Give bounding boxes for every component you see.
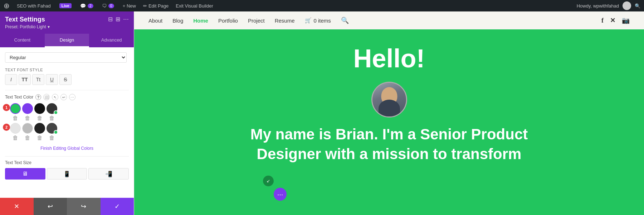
nav-project[interactable]: Project (248, 18, 265, 24)
tab-design[interactable]: Design (45, 34, 89, 47)
swatch-dark1-delete[interactable]: 🗑 (37, 135, 43, 141)
tab-advanced[interactable]: Advanced (89, 34, 134, 47)
swatch-green-delete[interactable]: 🗑 (13, 115, 18, 121)
undo-button[interactable]: ↩ (34, 198, 67, 215)
admin-bar: ⊕ SEO with Fahad Live 💬 2 🗨 0 + New ✏ Ed… (0, 0, 644, 11)
swatch-dark2-delete[interactable]: 🗑 (49, 135, 55, 141)
tab-content[interactable]: Content (0, 34, 45, 47)
cart-icon: 🛒 (305, 17, 312, 24)
redo-button[interactable]: ↪ (67, 198, 101, 215)
size-device-row: 🖥 📱 📲 (5, 168, 129, 180)
font-weight-select[interactable]: Regular (5, 52, 127, 63)
instagram-icon[interactable]: 📷 (622, 16, 630, 24)
badge-2: 2 (3, 124, 10, 131)
swatch-light2-btn[interactable] (22, 123, 33, 134)
color-reset-icon[interactable]: ↩ (60, 94, 67, 100)
hero-section: Hello! My name is Brian. I'm a Senior Pr… (134, 29, 644, 215)
twitter-icon[interactable]: ✕ (610, 16, 615, 24)
font-style-row: Text Font Style I TT Tt U S (5, 68, 129, 85)
color-pointer-icon[interactable]: ↖ (52, 94, 58, 100)
nav-search-icon[interactable]: 🔍 (341, 16, 349, 24)
panel-footer: ✕ ↩ ↪ ✓ (0, 198, 134, 215)
settings-panel: Text Settings Preset: Portfolio Light ▾ … (0, 11, 134, 215)
live-badge[interactable]: Live (58, 3, 73, 8)
swatch-green: 🗑 (10, 103, 21, 121)
color-swatches-row2: 🗑 🗑 🗑 🗑 (10, 123, 57, 141)
admin-avatar[interactable] (623, 1, 631, 10)
strikethrough-button[interactable]: S (59, 74, 72, 85)
panel-body: Regular Text Font Style I TT Tt U S (0, 47, 134, 198)
nav-cart[interactable]: 🛒 0 items (305, 17, 331, 24)
font-style-label: Text Font Style (5, 68, 129, 72)
swatch-black2: 🗑 (47, 103, 57, 121)
comments-button[interactable]: 💬 2 (79, 3, 95, 9)
swatch-light1-delete[interactable]: 🗑 (13, 135, 18, 141)
new-button[interactable]: + New (121, 3, 137, 9)
font-weight-select-row: Regular (5, 52, 129, 63)
color-toggle-icon[interactable]: ⬜ (43, 94, 50, 100)
avatar-image (372, 82, 406, 118)
swatch-dark2-btn[interactable] (47, 123, 57, 134)
color-section-header: Text Text Color ? ⬜ ↖ ↩ ⋯ (5, 94, 129, 100)
hero-greeting: Hello! (353, 44, 425, 73)
cancel-button[interactable]: ✕ (0, 198, 34, 215)
comment-count-button[interactable]: 🗨 0 (101, 3, 116, 9)
uppercase-button[interactable]: TT (19, 74, 31, 85)
save-button[interactable]: ✓ (101, 198, 134, 215)
admin-bar-right: Howdy, wpwithfahad 🔍 (577, 1, 640, 10)
swatch-dark1: 🗑 (34, 123, 45, 141)
site-nav: About Blog Home Portfolio Project Resume… (134, 11, 644, 29)
site-name[interactable]: SEO with Fahad (15, 3, 52, 9)
color-more-icon[interactable]: ⋯ (69, 94, 75, 100)
swatch-black2-delete[interactable]: 🗑 (49, 115, 55, 121)
swatch-dark2: 🗑 (47, 123, 57, 141)
panel-more-icon[interactable]: ⋯ (123, 16, 129, 23)
panel-tabs: Content Design Advanced (0, 34, 134, 47)
howdy-text: Howdy, wpwithfahad (577, 3, 619, 9)
swatch-green-btn[interactable] (10, 103, 21, 114)
hero-avatar (371, 82, 407, 118)
nav-home[interactable]: Home (193, 18, 208, 24)
panel-header-left: Text Settings Preset: Portfolio Light ▾ (5, 16, 50, 29)
floating-close-button[interactable]: ↙ (263, 176, 274, 186)
exit-builder-button[interactable]: Exit Visual Builder (174, 3, 215, 9)
swatch-light1-btn[interactable] (10, 123, 21, 134)
nav-resume[interactable]: Resume (275, 18, 295, 24)
nav-blog[interactable]: Blog (172, 18, 183, 24)
wp-logo[interactable]: ⊕ (4, 1, 10, 10)
floating-chat-button[interactable]: ··· (274, 188, 287, 201)
edit-page-button[interactable]: ✏ Edit Page (143, 3, 169, 9)
swatch-light2-delete[interactable]: 🗑 (25, 135, 30, 141)
swatch-light1: 🗑 (10, 123, 21, 141)
divider-1 (5, 90, 129, 90)
font-style-buttons: I TT Tt U S (5, 74, 129, 85)
italic-button[interactable]: I (5, 74, 17, 85)
swatch-dark1-btn[interactable] (34, 123, 45, 134)
panel-header-icons: ⊟ ⊞ ⋯ (108, 16, 129, 23)
swatch-purple-btn[interactable] (22, 103, 33, 114)
panel-expand-icon[interactable]: ⊞ (116, 16, 120, 23)
panel-title: Text Settings (5, 16, 50, 23)
text-size-label: Text Text Size (5, 160, 129, 165)
swatch-purple-delete[interactable]: 🗑 (25, 115, 30, 121)
avatar-head (381, 87, 397, 105)
admin-search-icon[interactable]: 🔍 (635, 3, 640, 9)
nav-about[interactable]: About (148, 18, 162, 24)
swatch-black1-delete[interactable]: 🗑 (37, 115, 43, 121)
facebook-icon[interactable]: f (601, 17, 604, 24)
text-size-row: Text Text Size 🖥 📱 📲 (5, 160, 129, 180)
panel-preset[interactable]: Preset: Portfolio Light ▾ (5, 24, 50, 29)
tablet-size-btn[interactable]: 📱 (47, 168, 87, 180)
swatch-black1: 🗑 (34, 103, 45, 121)
nav-portfolio[interactable]: Portfolio (218, 18, 238, 24)
underline-button[interactable]: U (46, 74, 58, 85)
finish-editing-link[interactable]: Finish Editing Global Colors (40, 146, 93, 151)
swatch-black2-btn[interactable] (47, 103, 57, 114)
color-help-icon[interactable]: ? (35, 94, 41, 100)
mobile-size-btn[interactable]: 📲 (88, 168, 129, 180)
swatch-black1-btn[interactable] (34, 103, 45, 114)
capitalize-button[interactable]: Tt (32, 74, 44, 85)
panel-header: Text Settings Preset: Portfolio Light ▾ … (0, 11, 134, 34)
panel-minimize-icon[interactable]: ⊟ (108, 16, 113, 23)
desktop-size-btn[interactable]: 🖥 (5, 168, 45, 180)
